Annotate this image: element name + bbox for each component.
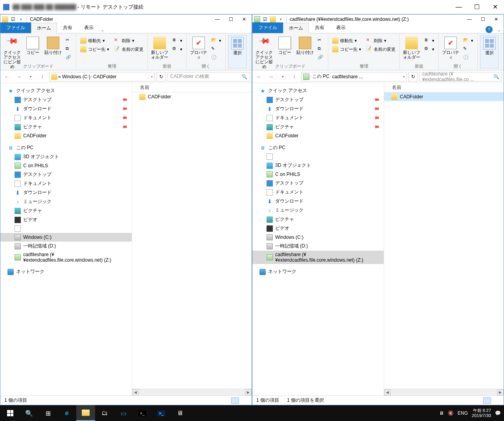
nav-downloads[interactable]: ⬇ダウンロード📌 [252,104,384,113]
refresh-button[interactable]: ↻ [408,72,418,81]
file-list[interactable]: CADFolder [384,92,504,389]
nav-music[interactable]: ♪ミュージック [0,197,132,206]
recent-button[interactable]: ▾ [278,72,288,82]
taskview-button[interactable]: ⊞ [39,405,57,421]
easyaccess-button[interactable]: ⚙▾ [423,45,436,53]
lang-indicator[interactable]: ENG [458,410,468,416]
ie-icon[interactable]: e [57,405,76,421]
nav-3dobjects[interactable]: 3D オブジェクト [252,161,384,170]
file-item[interactable]: CADFolder [132,92,252,101]
cut-button[interactable]: ✂ [316,37,326,44]
file-item[interactable]: CADFolder [384,92,504,101]
qa-icon[interactable]: ☑ [10,16,16,22]
copyto-button[interactable]: コピー先 ▾ [79,45,111,53]
nav-documents2[interactable]: ドキュメント [0,179,132,188]
volume-icon[interactable]: 🔇 [448,410,454,416]
nav-netshare[interactable]: cadfileshare (¥¥extendcadfiles.file.core… [0,251,132,264]
rename-button[interactable]: 📝名前の変更 [364,45,397,53]
large-view-icon[interactable] [492,397,500,404]
nav-netshare[interactable]: cadfileshare (¥¥extendcadfiles.file.core… [252,251,384,264]
nav-pictures[interactable]: ピクチャ📌 [0,122,132,131]
nav-conphils[interactable]: C on PHILS [0,161,132,170]
moveto-button[interactable]: 移動先 ▾ [79,37,111,44]
maximize-button[interactable]: ☐ [468,1,486,13]
nav-desktop2[interactable]: デスクトップ [252,179,384,188]
details-view-icon[interactable] [483,397,491,404]
ribbon-collapse-icon[interactable]: ⌄ [496,27,502,33]
nav-tempd[interactable]: 一時記憶域 (D:) [252,242,384,251]
horizontal-scrollbar[interactable]: ◀▶ [384,389,504,395]
explorer-taskbar-icon[interactable] [76,405,95,421]
open-button[interactable]: 📂▾ [210,37,223,44]
nav-cadfolder[interactable]: CADFolder [252,131,384,140]
nav-desktop[interactable]: デスクトップ📌 [0,95,132,104]
nav-pictures2[interactable]: ピクチャ [252,215,384,224]
tab-view[interactable]: 表示 [78,22,99,33]
powershell-icon[interactable]: >_ [152,405,171,421]
ribbon-collapse-icon[interactable]: ⌄ [99,27,106,33]
history-button[interactable]: 🕘 [210,54,223,62]
pasteshortcut-button[interactable]: 🔗 [64,54,74,62]
dropdown-icon[interactable]: ▾ [278,16,284,22]
nav-documents[interactable]: ドキュメント📌 [0,113,132,122]
nav-conphils[interactable]: C on PHILS [252,170,384,179]
tab-home[interactable]: ホーム [31,23,57,33]
pasteshortcut-button[interactable]: 🔗 [316,54,326,62]
minimize-button[interactable]: — [450,1,468,13]
nav-desktop2[interactable]: デスクトップ [0,170,132,179]
copypath-button[interactable]: ⧉ [316,45,326,53]
forward-button[interactable]: → [266,72,276,82]
start-button[interactable] [1,405,20,421]
forward-button[interactable]: → [14,72,24,82]
copyto-button[interactable]: コピー先 ▾ [331,45,363,53]
column-header-name[interactable]: 名前 [132,83,252,92]
edit-button[interactable]: ✎ [210,45,223,53]
tab-file[interactable]: ファイル [252,22,283,33]
app-icon[interactable]: 🗂 [95,405,114,421]
easyaccess-button[interactable]: ⚙▾ [171,45,184,53]
nav-thispc[interactable]: 🖥この PC [0,143,132,152]
search-input[interactable]: CADFolder の検索🔍 [167,72,250,81]
nav-blank[interactable] [0,224,132,233]
nav-blank[interactable] [252,152,384,161]
nav-downloads2[interactable]: ⬇ダウンロード [0,188,132,197]
tray-icon[interactable]: 🖥 [439,410,444,416]
notification-icon[interactable]: 💬 [495,410,501,416]
search-button[interactable]: 🔍 [20,405,39,421]
app-icon-3[interactable]: 🖥 [171,405,189,421]
back-button[interactable]: ← [254,72,264,82]
nav-videos[interactable]: ビデオ [0,215,132,224]
select-button[interactable]: 選択 [228,35,247,68]
nav-documents2[interactable]: ドキュメント [252,188,384,197]
nav-videos[interactable]: ビデオ [252,224,384,233]
nav-pictures[interactable]: ピクチャ📌 [252,122,384,131]
moveto-button[interactable]: 移動先 ▾ [331,37,363,44]
copypath-button[interactable]: ⧉ [64,45,74,53]
search-input[interactable]: cadfileshare (¥¥extendcadfiles.file.co .… [419,72,502,81]
qa-icon[interactable]: ☑ [262,16,268,22]
maximize-button[interactable]: ☐ [476,15,489,24]
file-list[interactable]: CADFolder [132,92,252,389]
close-button[interactable]: ✕ [489,15,503,24]
select-button[interactable]: 選択 [480,35,499,68]
cut-button[interactable]: ✂ [64,37,74,44]
delete-button[interactable]: ✕削除 ▾ [112,37,145,44]
rename-button[interactable]: 📝名前の変更 [112,45,145,53]
up-button[interactable]: ↑ [289,72,300,82]
nav-quickaccess[interactable]: ★クイック アクセス [0,86,132,95]
tab-home[interactable]: ホーム [283,23,309,33]
nav-thispc[interactable]: 🖥この PC [252,143,384,152]
nav-pictures2[interactable]: ピクチャ [0,206,132,215]
nav-windowsc[interactable]: Windows (C:) [252,233,384,242]
clock[interactable]: 午前 8:27 2019/7/30 [472,408,491,418]
tab-share[interactable]: 共有 [309,22,330,33]
nav-quickaccess[interactable]: ★クイック アクセス [252,86,384,95]
nav-desktop[interactable]: デスクトップ📌 [252,95,384,104]
edit-button[interactable]: ✎ [462,45,475,53]
nav-3dobjects[interactable]: 3D オブジェクト [0,152,132,161]
nav-cadfolder[interactable]: CADFolder [0,131,132,140]
close-button[interactable]: ✕ [237,15,251,24]
nav-windowsc[interactable]: Windows (C:) [0,233,132,242]
tab-view[interactable]: 表示 [330,22,351,33]
open-button[interactable]: 📂▾ [462,37,475,44]
